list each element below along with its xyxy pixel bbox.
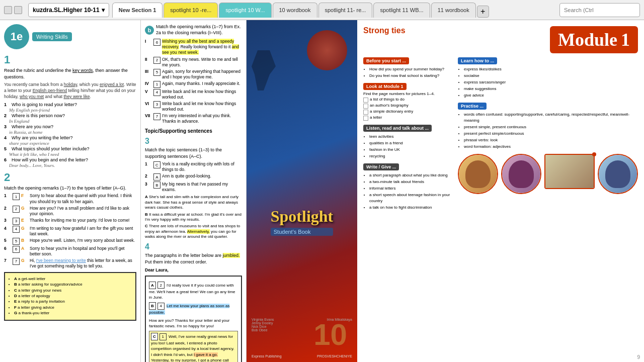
book-container: Spotlight Student's Book Virginia EvansJ…: [247, 20, 644, 362]
photo-1: [458, 154, 498, 194]
page-number: 9: [637, 354, 640, 360]
cover-publishers: Express Publishing PROSVESHCHENIYE: [252, 354, 352, 358]
add-tab-button[interactable]: +: [477, 6, 489, 18]
listen-section: Listen, read and talk about ... teen act…: [363, 125, 453, 159]
cover-horseman: [252, 50, 282, 90]
dropdown-arrow: ▾: [102, 7, 105, 14]
section1-instruction: Read the rubric and underline the key wo…: [4, 67, 136, 80]
write-title: Write / Give ...: [363, 163, 399, 170]
strong-ties-title: Strong ties: [363, 26, 406, 35]
module-header: Strong ties Module 1: [363, 26, 638, 53]
badge-1e: 1e: [4, 24, 29, 49]
tab-spotlight10w[interactable]: spotlight 10 W...: [219, 3, 271, 18]
practise-title: Practise ...: [458, 103, 487, 110]
tab-new-section[interactable]: New Section 1: [112, 3, 163, 18]
listen-title: Listen, read and talk about ...: [363, 125, 432, 132]
window-controls: [4, 6, 22, 14]
publisher2: PROSVESHCHENIYE: [317, 354, 352, 358]
book-cover: Spotlight Student's Book Virginia EvansJ…: [247, 20, 357, 362]
learn-section: Learn how to ... express likes/dislikes …: [458, 57, 638, 99]
rubric-text: You recently came back from a holiday, w…: [4, 82, 136, 100]
book-content: Strong ties Module 1 Before you start ..…: [357, 20, 644, 362]
dear-line: Dear Laura,: [145, 267, 242, 273]
letter-section: A2 I'd really love it if you could come …: [145, 276, 242, 362]
section4-instruction: The paragraphs in the letter below are j…: [145, 252, 242, 265]
topic-title: Topic/Supporting sentences: [145, 128, 242, 134]
tab-spotlight11wb[interactable]: spotlight 11 WB...: [373, 3, 430, 18]
main-area: 1e Writing Skills 1 Read the rubric and …: [0, 20, 644, 362]
write-list: a short paragraph about what you like do…: [363, 172, 453, 211]
topic-items: 1C York is a really exciting city with l…: [145, 161, 242, 193]
b-instruction: Match the opening remarks (1–7) from Ex.…: [156, 24, 242, 36]
profile-name: kuzdra.SL.Higher 10-11: [33, 7, 100, 14]
cover-number: 10: [313, 317, 347, 352]
dot-indicator-1: [592, 152, 596, 156]
content-col-right: Learn how to ... express likes/dislikes …: [458, 57, 638, 215]
window-btn-1[interactable]: [4, 6, 12, 14]
top-bar: kuzdra.SL.Higher 10-11 ▾ New Section 1 s…: [0, 0, 644, 20]
dot-indicator-2: [634, 154, 638, 157]
find-instruction: Find the page numbers for pictures 1–4.: [363, 92, 453, 96]
search-input[interactable]: [559, 3, 640, 17]
photo-rect: [544, 154, 595, 189]
spotlight-cover: Spotlight Student's Book Virginia EvansJ…: [247, 20, 357, 362]
closing-remarks: I6 Wishing you all the best and a speedy…: [145, 39, 242, 124]
before-start-list: How did you spend your summer holiday? D…: [363, 66, 453, 79]
checkbox-items: a list of things to do an author's biogr…: [363, 97, 453, 121]
photo-row: [458, 154, 638, 194]
cover-title: Spotlight: [271, 207, 333, 226]
look-module-title: Look at Module 1: [363, 83, 407, 90]
look-module-section: Look at Module 1 Find the page numbers f…: [363, 83, 453, 121]
b-circle: b: [145, 26, 154, 35]
tab-10wordbook[interactable]: 10 wordbook: [273, 3, 317, 18]
content-grid: Before you start ... How did you spend y…: [363, 57, 638, 215]
writing-skills-label: Writing Skills: [32, 32, 72, 41]
section2-number: 2: [4, 171, 136, 184]
match-items: 11F Sorry to hear about the quarrel with…: [4, 193, 136, 268]
tab-11wordbook[interactable]: 11 wordbook: [431, 3, 476, 18]
right-panel: Spotlight Student's Book Virginia EvansJ…: [247, 20, 644, 362]
photo-3: [598, 154, 638, 194]
questions-block: 1Who is going to read your letter? My En…: [4, 102, 136, 168]
cover-moon: [307, 30, 347, 70]
write-section: Write / Give ... a short paragraph about…: [363, 163, 453, 211]
tab-bar: New Section 1 spotlight 10 -re... spotli…: [112, 3, 556, 18]
module-title: Module 1: [550, 26, 638, 53]
section3-instruction: Match the topic sentences (1–3) to the s…: [145, 147, 242, 159]
content-col-left: Before you start ... How did you spend y…: [363, 57, 453, 215]
practise-section: Practise ... words often confused: suppo…: [458, 103, 638, 150]
section3-num: 3: [145, 137, 242, 146]
publisher1: Express Publishing: [252, 354, 282, 358]
tab-spotlight11re[interactable]: spotlight 11- re...: [318, 3, 373, 18]
practise-list: words often confused: supporting/support…: [458, 112, 638, 150]
section-b-header: b Match the opening remarks (1–7) from E…: [145, 24, 242, 36]
section2-instruction: Match the opening remarks (1–7) to the t…: [4, 185, 136, 192]
listen-list: teen activities qualities in a friend fa…: [363, 134, 453, 159]
tab-spotlight10re[interactable]: spotlight 10 -re...: [164, 3, 218, 18]
photo-rect-wrapper: [544, 154, 595, 194]
section4-num: 4: [145, 242, 242, 251]
writing-header: 1e Writing Skills: [4, 24, 136, 49]
profile-selector[interactable]: kuzdra.SL.Higher 10-11 ▾: [28, 3, 109, 17]
photo-2: [501, 154, 541, 194]
window-btn-2[interactable]: [14, 6, 22, 14]
learn-title: Learn how to ...: [458, 57, 497, 64]
learn-list: express likes/dislikes socialise express…: [458, 66, 638, 99]
middle-panel: b Match the opening remarks (1–7) from E…: [141, 20, 247, 362]
cover-type: Student's Book: [271, 228, 333, 236]
letter-types-box: A a get-well letter B a letter asking fo…: [4, 272, 136, 321]
section1-number: 1: [4, 53, 136, 66]
left-panel: 1e Writing Skills 1 Read the rubric and …: [0, 20, 141, 362]
before-start-title: Before you start ...: [363, 57, 409, 64]
before-start-section: Before you start ... How did you spend y…: [363, 57, 453, 79]
supporting-sentences: A She's tall and slim with a fair comple…: [145, 195, 242, 239]
cover-title-area: Spotlight Student's Book: [271, 187, 333, 236]
